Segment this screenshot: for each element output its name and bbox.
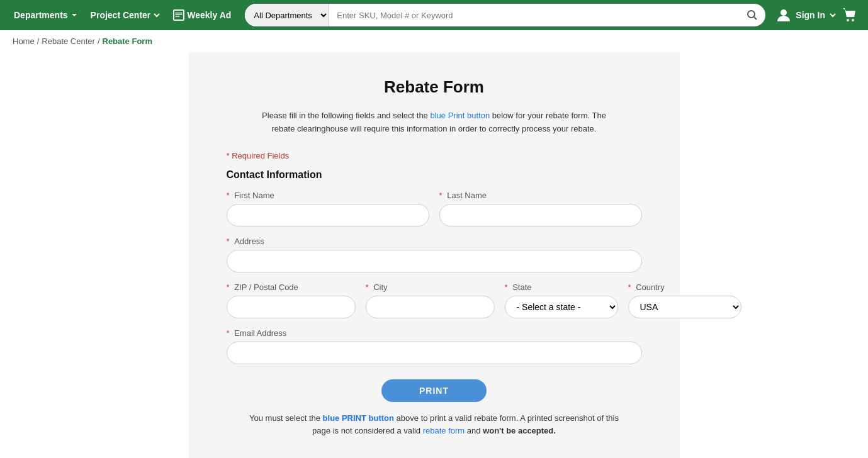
breadcrumb-home[interactable]: Home	[13, 36, 35, 46]
departments-label: Departments	[14, 10, 68, 20]
sign-in-button[interactable]: Sign In	[775, 7, 837, 23]
required-text: Required Fields	[232, 151, 289, 160]
form-description: Please fill in the following fields and …	[252, 109, 617, 136]
state-label: * State	[505, 282, 618, 292]
search-input[interactable]	[329, 4, 739, 26]
zip-group: * ZIP / Postal Code	[227, 282, 356, 318]
email-input[interactable]	[227, 342, 642, 364]
address-row: * Address	[227, 237, 642, 272]
city-group: * City	[366, 282, 495, 318]
country-label: * Country	[628, 282, 741, 292]
email-row: * Email Address	[227, 328, 642, 364]
project-center-nav[interactable]: Project Center	[87, 8, 165, 23]
last-name-label: * Last Name	[439, 191, 642, 200]
address-group: * Address	[227, 237, 642, 272]
print-notice-bold: won't be accepted.	[483, 426, 556, 435]
main-header: Departments Project Center Weekly Ad All…	[0, 0, 868, 30]
svg-rect-2	[176, 16, 180, 16]
project-center-chevron-icon	[153, 11, 161, 19]
main-content: Rebate Form Please fill in the following…	[189, 52, 680, 458]
svg-point-6	[847, 19, 849, 21]
weekly-ad-label: Weekly Ad	[187, 10, 231, 20]
country-select[interactable]: USA	[628, 296, 741, 318]
country-group: * Country USA	[628, 282, 741, 318]
cart-icon[interactable]	[842, 7, 858, 23]
last-name-group: * Last Name	[439, 191, 642, 226]
department-select[interactable]: All Departments	[245, 4, 329, 26]
state-select[interactable]: - Select a state -	[505, 296, 618, 318]
city-input[interactable]	[366, 296, 495, 318]
breadcrumb-sep2: /	[98, 36, 100, 46]
weekly-ad-icon	[173, 9, 184, 21]
address-input[interactable]	[227, 250, 642, 272]
zip-label: * ZIP / Postal Code	[227, 282, 356, 292]
name-row: * First Name * Last Name	[227, 191, 642, 226]
departments-nav[interactable]: Departments	[10, 8, 82, 23]
departments-chevron-icon	[70, 11, 78, 19]
location-row: * ZIP / Postal Code * City * State - Sel…	[227, 282, 642, 318]
search-button[interactable]	[739, 4, 765, 26]
email-group: * Email Address	[227, 328, 642, 364]
required-star: *	[227, 151, 232, 160]
svg-point-5	[781, 9, 787, 16]
last-name-input[interactable]	[439, 204, 642, 226]
breadcrumb-current: Rebate Form	[103, 36, 152, 46]
svg-point-3	[748, 11, 755, 18]
sign-in-chevron-icon	[829, 11, 837, 19]
first-name-group: * First Name	[227, 191, 429, 226]
blue-print-ref: blue Print button	[430, 111, 490, 120]
first-name-label: * First Name	[227, 191, 429, 200]
svg-rect-1	[176, 14, 183, 15]
search-icon	[747, 9, 758, 21]
print-notice-blue: blue PRINT button	[323, 413, 394, 423]
required-note: * Required Fields	[227, 151, 642, 160]
weekly-ad-nav[interactable]: Weekly Ad	[169, 7, 235, 23]
contact-section-title: Contact Information	[227, 169, 642, 181]
city-label: * City	[366, 282, 495, 292]
form-title: Rebate Form	[227, 77, 642, 97]
first-name-input[interactable]	[227, 204, 429, 226]
email-label: * Email Address	[227, 328, 642, 338]
print-notice-rebate-form: rebate form	[423, 426, 465, 435]
svg-rect-0	[176, 13, 183, 13]
svg-line-4	[754, 17, 757, 20]
user-icon	[775, 7, 792, 23]
address-label: * Address	[227, 237, 642, 246]
sign-in-label: Sign In	[796, 10, 825, 20]
breadcrumb-sep1: /	[37, 36, 40, 46]
zip-input[interactable]	[227, 296, 356, 318]
breadcrumb-rebate-center[interactable]: Rebate Center	[42, 36, 95, 46]
header-right: Sign In	[775, 7, 858, 23]
svg-point-7	[852, 19, 854, 21]
breadcrumb: Home / Rebate Center / Rebate Form	[0, 30, 868, 52]
search-bar: All Departments	[245, 4, 765, 26]
print-notice: You must select the blue PRINT button ab…	[245, 412, 623, 438]
state-group: * State - Select a state -	[505, 282, 618, 318]
project-center-label: Project Center	[91, 10, 151, 20]
print-button[interactable]: PRINT	[381, 379, 487, 402]
